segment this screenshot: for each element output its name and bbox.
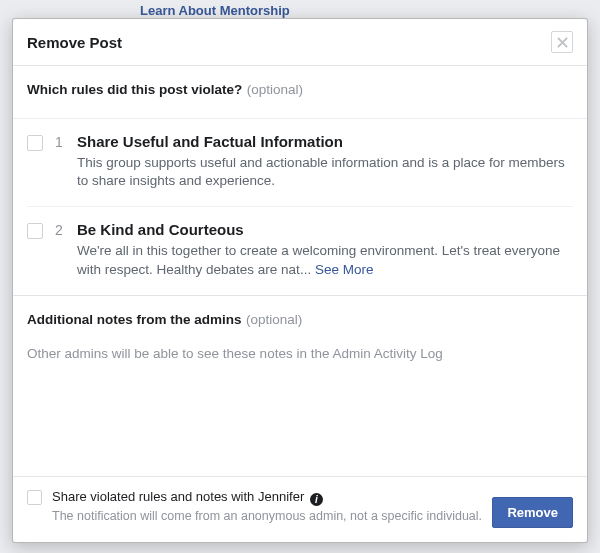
- rules-heading: Which rules did this post violate?: [27, 82, 242, 97]
- share-checkbox[interactable]: [27, 490, 42, 505]
- rules-section-header: Which rules did this post violate? (opti…: [13, 66, 587, 106]
- rule-title: Be Kind and Courteous: [77, 221, 573, 238]
- share-label: Share violated rules and notes with Jenn…: [52, 489, 482, 506]
- rule-checkbox[interactable]: [27, 223, 43, 239]
- notes-heading: Additional notes from the admins: [27, 312, 242, 327]
- background-link: Learn About Mentorship: [140, 3, 290, 18]
- optional-label: (optional): [247, 82, 303, 97]
- optional-label: (optional): [246, 312, 302, 327]
- remove-post-dialog: Remove Post Which rules did this post vi…: [12, 18, 588, 543]
- share-subtext: The notification will come from an anony…: [52, 508, 482, 524]
- rule-checkbox[interactable]: [27, 135, 43, 151]
- rule-description: This group supports useful and actionabl…: [77, 154, 573, 190]
- rule-number: 2: [55, 222, 65, 278]
- notes-input[interactable]: Other admins will be able to see these n…: [27, 346, 573, 361]
- share-label-text: Share violated rules and notes with Jenn…: [52, 489, 304, 504]
- dialog-title: Remove Post: [27, 34, 122, 51]
- rules-list: 1 Share Useful and Factual Information T…: [13, 118, 587, 295]
- info-icon[interactable]: i: [310, 493, 323, 506]
- see-more-link[interactable]: See More: [315, 262, 374, 277]
- dialog-footer: Share violated rules and notes with Jenn…: [13, 476, 587, 542]
- close-button[interactable]: [551, 31, 573, 53]
- rule-item: 2 Be Kind and Courteous We're all in thi…: [27, 207, 573, 294]
- remove-button[interactable]: Remove: [492, 497, 573, 528]
- rule-number: 1: [55, 134, 65, 190]
- rule-title: Share Useful and Factual Information: [77, 133, 573, 150]
- notes-section: Additional notes from the admins (option…: [13, 296, 587, 371]
- close-icon: [557, 37, 568, 48]
- rule-description: We're all in this together to create a w…: [77, 242, 573, 278]
- dialog-header: Remove Post: [13, 19, 587, 66]
- rule-item: 1 Share Useful and Factual Information T…: [27, 119, 573, 207]
